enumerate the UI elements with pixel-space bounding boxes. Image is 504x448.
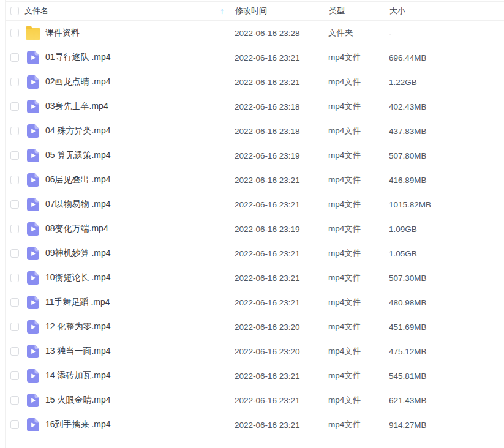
file-icon-wrap (26, 296, 40, 309)
file-name[interactable]: 12 化整为零.mp4 (45, 321, 111, 332)
file-size: 507.80MB (385, 143, 438, 168)
file-size: 451.69MB (385, 315, 438, 339)
select-all-checkbox[interactable] (10, 7, 19, 15)
row-checkbox[interactable] (10, 53, 19, 62)
file-row[interactable]: 14 添砖加瓦.mp4 2022-06-16 23:21 mp4文件 545.8… (5, 364, 504, 388)
row-checkbox[interactable] (10, 274, 19, 282)
file-name[interactable]: 课件资料 (45, 28, 80, 39)
row-checkbox[interactable] (10, 298, 19, 307)
file-type: mp4文件 (322, 143, 385, 168)
row-checkbox[interactable] (10, 249, 19, 258)
video-file-icon (27, 198, 39, 211)
column-header-size[interactable]: 大小 (385, 2, 438, 20)
video-file-icon (27, 345, 39, 358)
row-extra-cell (438, 315, 504, 339)
file-type: mp4文件 (322, 413, 385, 437)
row-checkbox[interactable] (10, 78, 19, 86)
row-checkbox[interactable] (10, 127, 19, 135)
file-icon-wrap (26, 418, 40, 431)
row-checkbox[interactable] (10, 420, 19, 429)
file-modified-time: 2022-06-16 23:18 (228, 94, 322, 119)
file-row[interactable]: 01寻行逐队 .mp4 2022-06-16 23:21 mp4文件 696.4… (5, 45, 504, 70)
file-icon-wrap (26, 247, 40, 260)
file-size: 1015.82MB (385, 192, 438, 217)
file-row[interactable]: 13 独当一面.mp4 2022-06-16 23:20 mp4文件 475.1… (5, 339, 504, 364)
sort-ascending-icon[interactable]: ↑ (220, 7, 224, 15)
file-name[interactable]: 05 算无遗策.mp4 (45, 150, 111, 161)
file-row[interactable]: 09神机妙算 .mp4 2022-06-16 23:21 mp4文件 1.05G… (5, 241, 504, 266)
column-header-type[interactable]: 类型 (322, 2, 385, 20)
file-row[interactable]: 06层见叠出 .mp4 2022-06-16 23:21 mp4文件 416.8… (5, 168, 504, 192)
row-checkbox[interactable] (10, 176, 19, 184)
file-name[interactable]: 10衡短论长 .mp4 (45, 272, 111, 283)
row-checkbox[interactable] (10, 29, 19, 37)
row-checkbox[interactable] (10, 347, 19, 356)
file-row[interactable]: 03身先士卒.mp4 2022-06-16 23:18 mp4文件 402.43… (5, 94, 504, 119)
file-row[interactable]: 16到手擒来 .mp4 2022-06-16 23:21 mp4文件 914.2… (5, 413, 504, 437)
column-header-modified[interactable]: 修改时间 (228, 2, 322, 20)
file-type: 文件夹 (322, 21, 385, 45)
row-checkbox[interactable] (10, 371, 19, 380)
file-icon-wrap (26, 320, 40, 334)
file-row[interactable]: 10衡短论长 .mp4 2022-06-16 23:21 mp4文件 507.3… (5, 266, 504, 290)
video-file-icon (27, 51, 39, 64)
row-checkbox[interactable] (10, 323, 19, 331)
file-row[interactable]: 08变化万端.mp4 2022-06-16 23:19 mp4文件 1.09GB (5, 217, 504, 241)
file-name[interactable]: 03身先士卒.mp4 (45, 101, 108, 112)
file-name[interactable]: 01寻行逐队 .mp4 (45, 52, 111, 63)
row-checkbox[interactable] (10, 151, 19, 160)
file-type: mp4文件 (322, 119, 385, 143)
file-name[interactable]: 08变化万端.mp4 (45, 223, 108, 234)
file-type: mp4文件 (322, 364, 385, 388)
file-modified-time: 2022-06-16 23:21 (228, 192, 322, 217)
file-type: mp4文件 (322, 241, 385, 266)
column-header-filename[interactable]: 文件名 (24, 6, 48, 17)
file-size: 475.12MB (385, 339, 438, 364)
file-size: 416.89MB (385, 168, 438, 192)
file-modified-time: 2022-06-16 23:21 (228, 266, 322, 290)
file-name[interactable]: 16到手擒来 .mp4 (45, 419, 111, 430)
file-row[interactable]: 12 化整为零.mp4 2022-06-16 23:20 mp4文件 451.6… (5, 315, 504, 339)
file-row[interactable]: 05 算无遗策.mp4 2022-06-16 23:19 mp4文件 507.8… (5, 143, 504, 168)
table-header: 文件名 ↑ 修改时间 类型 大小 (5, 1, 504, 21)
file-icon-wrap (26, 124, 40, 138)
row-checkbox[interactable] (10, 396, 19, 405)
file-modified-time: 2022-06-16 23:19 (228, 217, 322, 241)
file-row[interactable]: 04 殊方异类.mp4 2022-06-16 23:18 mp4文件 437.8… (5, 119, 504, 143)
file-row[interactable]: 07以物易物 .mp4 2022-06-16 23:21 mp4文件 1015.… (5, 192, 504, 217)
file-name[interactable]: 11手舞足蹈 .mp4 (45, 297, 110, 308)
file-size: 1.05GB (385, 241, 438, 266)
file-icon-wrap (26, 345, 40, 358)
file-type: mp4文件 (322, 266, 385, 290)
file-modified-time: 2022-06-16 23:28 (228, 21, 322, 45)
video-file-icon (27, 320, 39, 334)
file-modified-time: 2022-06-16 23:21 (228, 168, 322, 192)
file-name[interactable]: 13 独当一面.mp4 (45, 346, 111, 357)
file-name[interactable]: 04 殊方异类.mp4 (45, 125, 111, 136)
file-icon-wrap (26, 100, 40, 113)
file-icon-wrap (26, 75, 40, 89)
file-name[interactable]: 09神机妙算 .mp4 (45, 248, 111, 259)
row-extra-cell (438, 388, 504, 413)
file-name[interactable]: 15 火眼金睛.mp4 (45, 395, 111, 406)
file-modified-time: 2022-06-16 23:20 (228, 339, 322, 364)
file-name[interactable]: 02画龙点睛 .mp4 (45, 77, 111, 88)
row-checkbox[interactable] (10, 102, 19, 111)
file-type: mp4文件 (322, 168, 385, 192)
file-modified-time: 2022-06-16 23:20 (228, 315, 322, 339)
file-row[interactable]: 11手舞足蹈 .mp4 2022-06-16 23:21 mp4文件 480.9… (5, 290, 504, 315)
file-type: mp4文件 (322, 94, 385, 119)
row-checkbox[interactable] (10, 200, 19, 209)
file-size: 545.81MB (385, 364, 438, 388)
file-modified-time: 2022-06-16 23:18 (228, 119, 322, 143)
file-row[interactable]: 02画龙点睛 .mp4 2022-06-16 23:21 mp4文件 1.22G… (5, 70, 504, 94)
file-name[interactable]: 07以物易物 .mp4 (45, 199, 111, 210)
row-checkbox[interactable] (10, 225, 19, 233)
file-row[interactable]: 15 火眼金睛.mp4 2022-06-16 23:21 mp4文件 621.4… (5, 388, 504, 413)
file-name[interactable]: 14 添砖加瓦.mp4 (45, 370, 111, 381)
file-row[interactable]: 课件资料 2022-06-16 23:28 文件夹 - (5, 21, 504, 45)
file-type: mp4文件 (322, 315, 385, 339)
file-size: 914.27MB (385, 413, 438, 437)
file-name[interactable]: 06层见叠出 .mp4 (45, 174, 111, 185)
video-file-icon (27, 124, 39, 138)
